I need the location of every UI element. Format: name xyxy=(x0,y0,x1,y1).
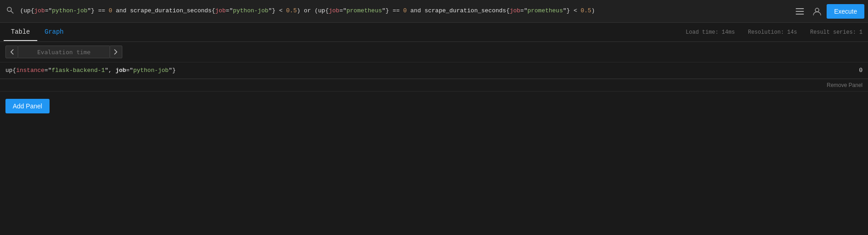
list-icon-button[interactable] xyxy=(792,5,808,17)
svg-rect-4 xyxy=(796,14,804,15)
query-input[interactable]: (up{job="python-job"} == 0 and scrape_du… xyxy=(20,7,788,15)
eval-next-button[interactable] xyxy=(110,46,122,58)
tab-info: Load time: 14ms Resolution: 14s Result s… xyxy=(686,29,863,36)
add-panel-button[interactable]: Add Panel xyxy=(5,99,50,113)
svg-point-5 xyxy=(815,8,819,12)
tab-graph[interactable]: Graph xyxy=(37,24,71,41)
evaluation-time-row xyxy=(0,42,868,62)
remove-panel-row: Remove Panel xyxy=(0,79,868,92)
tab-bar: Table Graph Load time: 14ms Resolution: … xyxy=(0,23,868,42)
result-value: 0 xyxy=(832,62,868,79)
label-val-job: python-job xyxy=(133,67,169,74)
result-series-label: Result series: 1 xyxy=(810,29,863,36)
toolbar-icons: Execute xyxy=(792,4,864,19)
label-key-instance: instance xyxy=(16,67,44,74)
label-val-instance: flask-backend-1 xyxy=(51,67,105,74)
svg-line-1 xyxy=(11,11,13,13)
table-row: up{instance="flask-backend-1", job="pyth… xyxy=(0,62,868,79)
query-bar: (up{job="python-job"} == 0 and scrape_du… xyxy=(0,0,868,23)
eval-time-input[interactable] xyxy=(18,46,110,58)
resolution-label: Resolution: 14s xyxy=(748,29,797,36)
svg-rect-2 xyxy=(796,8,804,9)
results-table: up{instance="flask-backend-1", job="pyth… xyxy=(0,62,868,79)
execute-button[interactable]: Execute xyxy=(827,4,864,19)
remove-panel-button[interactable]: Remove Panel xyxy=(827,82,863,88)
metric-name: up xyxy=(5,67,13,74)
load-time-label: Load time: 14ms xyxy=(686,29,735,36)
tab-table[interactable]: Table xyxy=(4,24,37,41)
add-panel-section: Add Panel xyxy=(0,92,868,121)
search-icon xyxy=(4,5,16,18)
user-icon-button[interactable] xyxy=(809,5,825,18)
label-key-job: job xyxy=(115,67,126,74)
svg-rect-3 xyxy=(796,11,804,12)
eval-prev-button[interactable] xyxy=(5,46,18,58)
result-label: up{instance="flask-backend-1", job="pyth… xyxy=(0,62,832,79)
